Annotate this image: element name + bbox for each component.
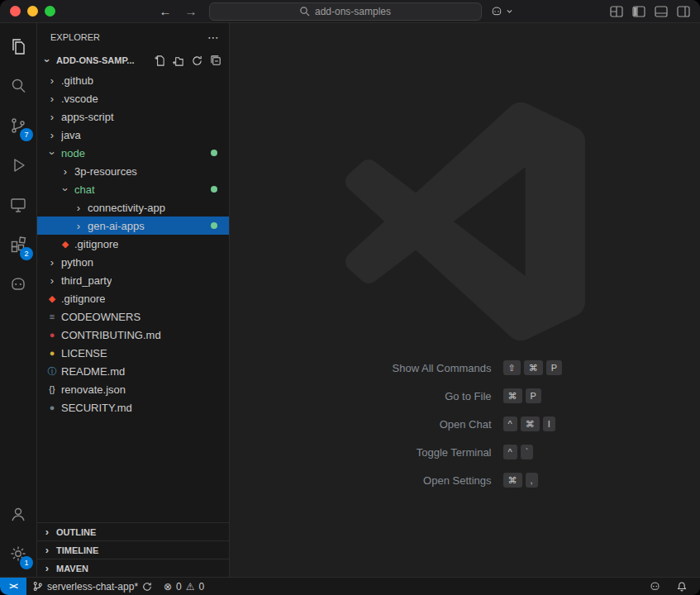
tree-item-license[interactable]: ●LICENSE (37, 344, 229, 362)
activity-source-control[interactable]: 7 (0, 106, 36, 145)
tree-item-readme-md[interactable]: ⓘREADME.md (37, 362, 229, 380)
notifications-item[interactable] (670, 581, 693, 593)
tree-item-github[interactable]: ›.github (37, 71, 229, 89)
zoom-button[interactable] (45, 6, 55, 17)
tree-item-codeowners[interactable]: ≡CODEOWNERS (37, 307, 229, 326)
tree-item-label: LICENSE (61, 347, 107, 359)
keycap: , (526, 473, 538, 488)
command-center-label: add-ons-samples (315, 6, 391, 17)
copilot-status-item[interactable] (643, 580, 667, 593)
keycap: I (543, 416, 555, 431)
tree-item-apps-script[interactable]: ›apps-script (37, 107, 229, 126)
tree-item-java[interactable]: ›java (37, 126, 229, 144)
activity-extensions[interactable]: 2 (0, 225, 36, 264)
window-controls (10, 6, 55, 17)
section-maven[interactable]: ›MAVEN (37, 559, 229, 577)
tree-item-chat[interactable]: ›chat (37, 180, 229, 198)
tree-item-3p-resources[interactable]: ›3p-resources (37, 162, 229, 180)
tree-item-renovate-json[interactable]: {}renovate.json (37, 380, 229, 398)
activity-remote-explorer[interactable] (0, 185, 36, 225)
sidebar-bottom-sections: ›OUTLINE›TIMELINE›MAVEN (37, 522, 229, 577)
error-count: 0 (176, 581, 182, 593)
tree-item-connectivity-app[interactable]: ›connectivity-app (37, 198, 229, 217)
tree-item-label: .vscode (61, 93, 98, 105)
close-button[interactable] (10, 6, 21, 17)
titlebar: ← → add-ons-samples (0, 0, 700, 23)
keycap: P (526, 388, 541, 403)
back-icon[interactable]: ← (160, 4, 172, 18)
chevron-down-icon: › (60, 183, 72, 196)
bell-icon (676, 581, 688, 593)
more-actions-icon[interactable]: ⋯ (204, 31, 222, 44)
keycap: ^ (503, 416, 517, 431)
tree-item-vscode[interactable]: ›.vscode (37, 89, 229, 107)
git-branch-icon (32, 581, 43, 592)
new-folder-icon[interactable] (172, 55, 184, 67)
chevron-down-icon (506, 7, 513, 15)
source-control-badge: 7 (20, 128, 33, 141)
shortcut-label: Open Chat (318, 418, 492, 431)
tree-item-label: renovate.json (61, 383, 126, 396)
shortcut-row: Show All Commands⇧⌘P (318, 359, 612, 376)
customize-layout-icon[interactable] (610, 6, 623, 17)
activity-bar: 7 2 1 (0, 23, 37, 577)
activity-copilot-chat[interactable] (0, 264, 36, 304)
copilot-menu-button[interactable] (490, 5, 513, 18)
copilot-icon (649, 580, 661, 593)
section-timeline[interactable]: ›TIMELINE (37, 540, 229, 559)
command-center-search[interactable]: add-ons-samples (209, 2, 482, 21)
tree-item-third-party[interactable]: ›third_party (37, 271, 229, 289)
tree-item-label: 3p-resources (74, 165, 137, 178)
tree-item-python[interactable]: ›python (37, 253, 229, 271)
toggle-secondary-sidebar-icon[interactable] (677, 6, 690, 17)
chevron-right-icon: › (45, 93, 59, 105)
tree-item-label: connectivity-app (88, 202, 165, 214)
accounts-button[interactable] (0, 494, 36, 534)
warning-count: 0 (199, 581, 205, 593)
tree-item-node[interactable]: ›node (37, 144, 229, 162)
project-root-item[interactable]: › ADD-ONS-SAMP... (37, 51, 229, 69)
problems-status-item[interactable]: ⊗ 0 ⚠ 0 (158, 578, 210, 595)
new-file-icon[interactable] (153, 55, 165, 67)
minimize-button[interactable] (27, 6, 38, 17)
sidebar-title: EXPLORER (50, 32, 100, 42)
tree-item-contributing-md[interactable]: ●CONTRIBUTING.md (37, 326, 229, 344)
keycap: ^ (503, 445, 517, 459)
keycap: P (546, 360, 562, 375)
collapse-all-icon[interactable] (210, 55, 222, 67)
shortcut-row: Toggle Terminal^` (318, 444, 612, 460)
tree-item-gen-ai-apps[interactable]: ›gen-ai-apps (37, 217, 229, 235)
license-file-icon: ● (45, 348, 59, 358)
chevron-right-icon: › (40, 526, 54, 538)
tree-item-label: gen-ai-apps (88, 220, 145, 232)
section-outline[interactable]: ›OUTLINE (37, 522, 229, 540)
activity-search[interactable] (0, 66, 36, 106)
tree-item-security-md[interactable]: ●SECURITY.md (37, 398, 229, 416)
remote-explorer-icon (8, 195, 28, 215)
activity-run-debug[interactable] (0, 145, 36, 185)
forward-icon[interactable]: → (185, 4, 198, 18)
settings-button[interactable]: 1 (0, 534, 36, 574)
tree-item-label: CONTRIBUTING.md (61, 329, 161, 341)
toggle-primary-sidebar-icon[interactable] (632, 6, 645, 17)
tree-item-label: java (61, 129, 81, 141)
section-label: OUTLINE (56, 527, 96, 537)
chevron-down-icon: › (46, 146, 59, 159)
tree-item-gitignore[interactable]: ◆.gitignore (37, 235, 229, 253)
run-debug-icon (8, 155, 28, 175)
readme-file-icon: ⓘ (45, 365, 59, 378)
file-tree: ›.github›.vscode›apps-script›java›node›3… (37, 69, 229, 522)
refresh-icon[interactable] (191, 55, 203, 67)
codeowners-file-icon: ≡ (45, 312, 59, 321)
tree-item-gitignore[interactable]: ◆.gitignore (37, 289, 229, 307)
chevron-right-icon: › (45, 129, 59, 141)
git-file-icon: ◆ (59, 239, 72, 250)
chevron-right-icon: › (45, 111, 59, 123)
remote-indicator[interactable]: >< (0, 578, 26, 595)
toggle-panel-icon[interactable] (655, 6, 668, 17)
editor-area: Show All Commands⇧⌘PGo to File⌘POpen Cha… (230, 23, 700, 577)
chevron-right-icon: › (40, 562, 54, 574)
activity-explorer[interactable] (0, 26, 36, 66)
settings-badge: 1 (20, 556, 33, 569)
branch-status-item[interactable]: serverless-chat-app* (26, 578, 158, 595)
